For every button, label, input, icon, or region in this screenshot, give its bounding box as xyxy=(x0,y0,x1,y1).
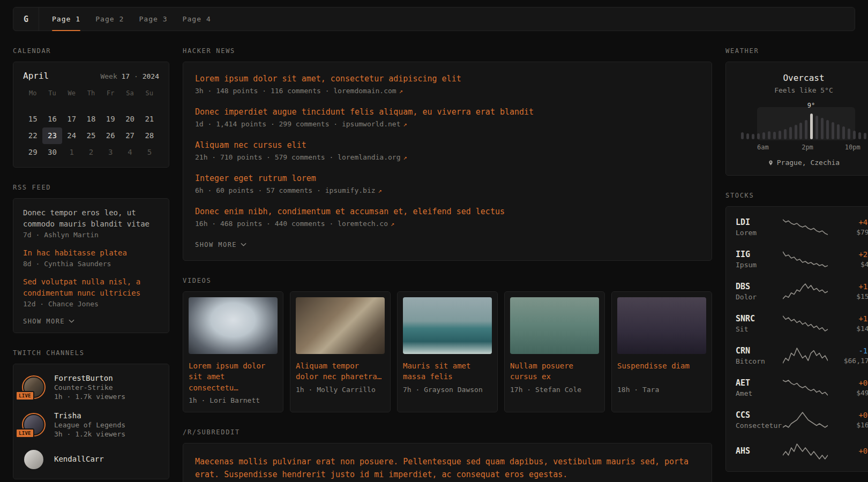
calendar-day[interactable]: 18 xyxy=(81,111,101,127)
weather-condition: Overcast xyxy=(736,73,868,83)
calendar-day[interactable]: 29 xyxy=(23,144,42,161)
rss-show-more-button[interactable]: SHOW MORE xyxy=(23,317,74,325)
page-tab[interactable]: Page 1 xyxy=(52,7,80,31)
dashboard-grid: CALENDAR April Week 17 · 2024 Mo Tu We T… xyxy=(0,31,868,482)
stock-row[interactable]: AET Amet +0.92% $499.72 xyxy=(735,372,868,404)
external-link-icon[interactable]: ↗ xyxy=(403,120,407,128)
stock-row[interactable]: IIG Ipsum +2.84% $42.04 xyxy=(735,243,868,275)
video-thumbnail[interactable] xyxy=(296,297,385,354)
calendar-day[interactable]: 23 xyxy=(42,127,62,144)
video-thumbnail[interactable] xyxy=(403,297,492,354)
stock-values: +2.84% $42.04 xyxy=(828,250,868,268)
stock-row[interactable]: DBS Dolor +1.42% $156.28 xyxy=(735,275,868,307)
hn-story-title[interactable]: Donec enim nibh, condimentum et accumsan… xyxy=(195,207,700,216)
stocks-card: LDI Lorem +4.35% $795.18 IIG Ipsum +2.84… xyxy=(725,206,868,472)
calendar-day[interactable]: 28 xyxy=(140,127,159,144)
calendar-day[interactable]: 21 xyxy=(140,111,159,127)
rss-item-title[interactable]: Donec tempor eros leo, ut commodo mauris… xyxy=(23,207,159,230)
video-meta: 1h · Lori Barnett xyxy=(189,396,278,404)
video-card[interactable]: Aliquam tempor dolor nec pharetra… 1h · … xyxy=(290,291,391,412)
video-card[interactable]: Mauris sit amet massa felis 7h · Grayson… xyxy=(397,291,498,412)
stock-id: CRN Bitcorn xyxy=(736,346,783,365)
calendar-day[interactable]: 16 xyxy=(42,111,62,127)
hn-story-title[interactable]: Lorem ipsum dolor sit amet, consectetur … xyxy=(195,74,700,84)
video-title[interactable]: Suspendisse diam xyxy=(617,360,706,382)
stock-symbol[interactable]: CCS xyxy=(736,410,783,420)
calendar-day[interactable]: 27 xyxy=(120,127,139,144)
external-link-icon[interactable]: ↗ xyxy=(378,187,382,194)
hn-story-meta-text: 3h · 148 points · 116 comments · loremdo… xyxy=(195,87,396,95)
external-link-icon[interactable]: ↗ xyxy=(403,154,407,161)
channel-name[interactable]: Trisha xyxy=(54,411,125,420)
calendar-day[interactable]: 2 xyxy=(81,144,101,161)
hn-story-title[interactable]: Integer eget rutrum lorem xyxy=(195,174,700,183)
calendar-day[interactable]: 25 xyxy=(81,127,101,144)
rss-item-title[interactable]: Sed volutpat nulla nisl, a condimentum n… xyxy=(23,276,159,299)
twitch-channel[interactable]: LIVE ForrestBurton Counter-Strike 1h · 1… xyxy=(23,374,159,401)
channel-info: ForrestBurton Counter-Strike 1h · 1.7k v… xyxy=(54,374,125,401)
calendar-day[interactable]: 24 xyxy=(62,127,81,144)
calendar-day[interactable]: 4 xyxy=(120,144,139,161)
rss-item-title[interactable]: In hac habitasse platea xyxy=(23,247,159,259)
page-tab[interactable]: Page 2 xyxy=(95,7,124,31)
video-thumbnail[interactable] xyxy=(617,297,706,354)
video-thumbnail[interactable] xyxy=(189,297,278,354)
stock-symbol[interactable]: LDI xyxy=(736,217,783,227)
video-meta: 18h · Tara xyxy=(617,386,706,394)
stock-symbol[interactable]: IIG xyxy=(736,250,783,259)
twitch-channel[interactable]: LIVE Trisha League of Legends 3h · 1.2k … xyxy=(23,411,159,438)
external-link-icon[interactable]: ↗ xyxy=(391,220,394,228)
stock-row[interactable]: LDI Lorem +4.35% $795.18 xyxy=(735,211,868,243)
calendar-day[interactable]: 30 xyxy=(42,144,62,161)
calendar-day-headers: Mo Tu We Th Fr Sa Su xyxy=(23,89,159,102)
stock-row[interactable]: SNRC Sit +1.36% $148.64 xyxy=(735,307,868,340)
calendar-day-header: Sa xyxy=(120,89,139,102)
twitch-channel[interactable]: LIVE KendallCarr xyxy=(23,449,159,470)
stock-symbol[interactable]: AHS xyxy=(736,446,783,456)
calendar-day[interactable]: 15 xyxy=(23,111,42,127)
video-title[interactable]: Aliquam tempor dolor nec pharetra… xyxy=(296,360,385,382)
stock-row[interactable]: CCS Consectetur +0.51% $165.84 xyxy=(735,404,868,436)
stock-symbol[interactable]: AET xyxy=(736,378,783,388)
stock-symbol[interactable]: DBS xyxy=(736,282,783,291)
video-card[interactable]: Suspendisse diam 18h · Tara xyxy=(611,291,712,412)
calendar-day[interactable]: 20 xyxy=(120,111,139,127)
stock-sparkline-chart xyxy=(783,442,828,461)
calendar-day[interactable]: 1 xyxy=(62,144,81,161)
page-tab[interactable]: Page 4 xyxy=(183,7,211,31)
stock-symbol[interactable]: SNRC xyxy=(736,314,783,323)
video-card[interactable]: Nullam posuere cursus ex 17h · Stefan Co… xyxy=(504,291,605,412)
location-pin-icon xyxy=(768,159,774,167)
calendar-day[interactable]: 17 xyxy=(62,111,81,127)
hn-show-more-button[interactable]: SHOW MORE xyxy=(195,240,246,248)
stock-change: +0.51% xyxy=(828,411,868,419)
app-logo[interactable]: G xyxy=(13,7,39,31)
hn-story-meta: 1d · 1,414 points · 299 comments · ipsum… xyxy=(195,120,700,128)
video-meta: 1h · Molly Carrillo xyxy=(296,386,385,394)
stock-symbol[interactable]: CRN xyxy=(736,346,783,356)
rss-item: Donec tempor eros leo, ut commodo mauris… xyxy=(23,207,159,239)
show-more-label: SHOW MORE xyxy=(23,318,65,325)
video-title[interactable]: Mauris sit amet massa felis xyxy=(403,360,492,382)
calendar-day[interactable]: 22 xyxy=(23,127,42,144)
video-title[interactable]: Lorem ipsum dolor sit amet consectetu… xyxy=(189,360,278,393)
weather-card: Overcast Feels like 5°C 9° 6am 2 xyxy=(725,62,868,176)
external-link-icon[interactable]: ↗ xyxy=(399,87,403,95)
video-thumbnail[interactable] xyxy=(510,297,599,354)
video-card[interactable]: Lorem ipsum dolor sit amet consectetu… 1… xyxy=(183,291,283,412)
page-tab[interactable]: Page 3 xyxy=(139,7,167,31)
calendar-day[interactable]: 26 xyxy=(101,127,120,144)
reddit-post-title[interactable]: Maecenas mollis pulvinar erat non posuer… xyxy=(195,455,700,481)
video-title[interactable]: Nullam posuere cursus ex xyxy=(510,360,599,382)
calendar-day[interactable]: 5 xyxy=(140,144,159,161)
channel-name[interactable]: ForrestBurton xyxy=(54,374,125,382)
stock-row[interactable]: CRN Bitcorn -1.00% $66,171.48 xyxy=(735,340,868,372)
hn-story-title[interactable]: Donec imperdiet augue tincidunt felis al… xyxy=(195,107,700,117)
hn-story-title[interactable]: Aliquam nec cursus elit xyxy=(195,140,700,150)
stock-row[interactable]: AHS +0.46% xyxy=(735,436,868,467)
stock-price: $148.64 xyxy=(828,325,868,333)
calendar-day[interactable]: 3 xyxy=(101,144,120,161)
calendar-day[interactable]: 19 xyxy=(101,111,120,127)
channel-name[interactable]: KendallCarr xyxy=(54,455,104,463)
show-more-label: SHOW MORE xyxy=(195,241,237,248)
